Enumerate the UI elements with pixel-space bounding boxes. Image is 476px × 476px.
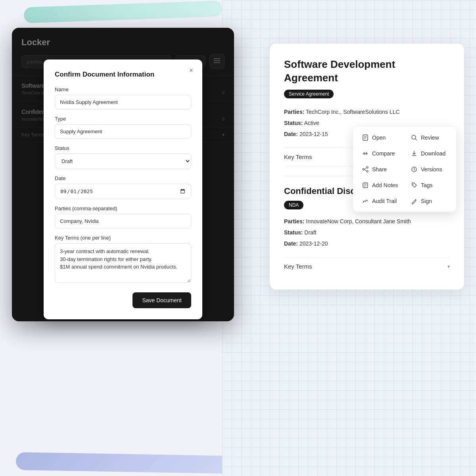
doc2-date-label: Date: — [284, 240, 298, 247]
audit-trail-action[interactable]: Audit Trail — [356, 194, 404, 209]
svg-line-12 — [364, 168, 367, 169]
svg-line-13 — [364, 169, 367, 171]
date-label: Date — [55, 175, 191, 181]
save-document-button[interactable]: Save Document — [132, 292, 191, 308]
doc1-key-terms-label: Key Terms — [284, 154, 312, 160]
brush-bottom-decoration — [16, 452, 254, 474]
action-menu: Open Review Compare Download Share — [353, 127, 456, 212]
compare-action[interactable]: Compare — [356, 146, 404, 161]
svg-point-16 — [413, 184, 414, 185]
action-menu-grid: Open Review Compare Download Share — [356, 130, 453, 209]
share-icon — [362, 166, 369, 173]
doc1-parties-value: TechCorp Inc., SoftwareSolutions LLC — [306, 109, 400, 115]
status-select[interactable]: Draft Active Expired Pending — [55, 154, 191, 169]
sign-icon — [411, 198, 418, 205]
svg-point-11 — [363, 169, 364, 170]
name-label: Name — [55, 86, 191, 92]
modal-title: Confirm Document Information — [55, 71, 191, 79]
confirm-document-modal: Confirm Document Information × Name Type… — [44, 60, 202, 319]
download-action[interactable]: Download — [405, 146, 453, 161]
review-action[interactable]: Review — [405, 130, 453, 145]
compare-icon — [362, 150, 369, 157]
add-notes-label: Add Notes — [372, 182, 398, 188]
sign-label: Sign — [421, 198, 432, 204]
open-icon — [362, 134, 369, 141]
add-notes-icon — [362, 182, 369, 189]
doc2-status: Status: Draft — [284, 227, 450, 238]
parties-input[interactable] — [55, 214, 191, 228]
audit-trail-label: Audit Trail — [372, 198, 397, 204]
doc2-parties-label: Parties: — [284, 218, 304, 225]
doc2-status-label: Status: — [284, 229, 303, 236]
type-label: Type — [55, 116, 191, 122]
name-field-group: Name — [55, 86, 191, 109]
open-action[interactable]: Open — [356, 130, 404, 145]
doc1-date-value: 2023-12-15 — [299, 131, 328, 137]
doc2-status-value: Draft — [304, 229, 316, 236]
modal-close-button[interactable]: × — [186, 66, 196, 75]
doc2-key-terms-toggle[interactable]: Key Terms ▾ — [284, 257, 450, 275]
parties-field-group: Parties (comma-separated) — [55, 205, 191, 228]
modal-overlay: Confirm Document Information × Name Type… — [12, 28, 234, 321]
download-icon — [411, 150, 418, 157]
open-label: Open — [372, 134, 386, 141]
status-label: Status — [55, 145, 191, 151]
share-label: Share — [372, 166, 387, 173]
doc1-parties-label: Parties: — [284, 109, 304, 115]
date-input[interactable] — [55, 184, 191, 199]
share-action[interactable]: Share — [356, 162, 404, 177]
versions-action[interactable]: Versions — [405, 162, 453, 177]
status-field-group: Status Draft Active Expired Pending — [55, 145, 191, 169]
svg-point-9 — [367, 167, 368, 168]
key-terms-field-group: Key Terms (one per line) 3-year contract… — [55, 235, 191, 284]
doc1-status-value: Active — [304, 120, 319, 126]
doc1-title: Software Development Agreement — [284, 58, 450, 85]
date-field-group: Date — [55, 175, 191, 199]
brush-top-decoration — [23, 0, 222, 23]
doc1-date-label: Date: — [284, 131, 298, 137]
tags-label: Tags — [421, 182, 433, 188]
tags-icon — [411, 182, 418, 189]
key-terms-label: Key Terms (one per line) — [55, 235, 191, 241]
download-label: Download — [421, 150, 445, 157]
compare-label: Compare — [372, 150, 395, 157]
review-label: Review — [421, 134, 439, 141]
doc2-date-value: 2023-12-20 — [299, 240, 328, 247]
versions-icon — [411, 166, 418, 173]
parties-label: Parties (comma-separated) — [55, 205, 191, 211]
type-field-group: Type — [55, 116, 191, 139]
tags-action[interactable]: Tags — [405, 178, 453, 193]
svg-line-8 — [415, 139, 416, 140]
doc2-parties: Parties: InnovateNow Corp, Consultant Ja… — [284, 216, 450, 227]
type-input[interactable] — [55, 124, 191, 139]
name-input[interactable] — [55, 95, 191, 109]
audit-trail-icon — [362, 198, 369, 205]
doc2-badge: NDA — [284, 201, 303, 209]
doc2-date: Date: 2023-12-20 — [284, 238, 450, 249]
doc2-meta: Parties: InnovateNow Corp, Consultant Ja… — [284, 216, 450, 249]
doc2-key-terms-label: Key Terms — [284, 263, 312, 270]
doc1-status-label: Status: — [284, 120, 303, 126]
key-terms-textarea[interactable]: 3-year contract with automatic renewal. … — [55, 243, 191, 283]
sign-action[interactable]: Sign — [405, 194, 453, 209]
versions-label: Versions — [421, 166, 442, 173]
review-icon — [411, 134, 418, 141]
svg-point-10 — [367, 171, 368, 172]
add-notes-action[interactable]: Add Notes — [356, 178, 404, 193]
doc1-parties: Parties: TechCorp Inc., SoftwareSolution… — [284, 106, 450, 117]
doc2-key-terms-chevron: ▾ — [447, 264, 450, 269]
doc1-badge: Service Agreement — [284, 90, 334, 98]
doc2-parties-value: InnovateNow Corp, Consultant Jane Smith — [306, 218, 411, 225]
